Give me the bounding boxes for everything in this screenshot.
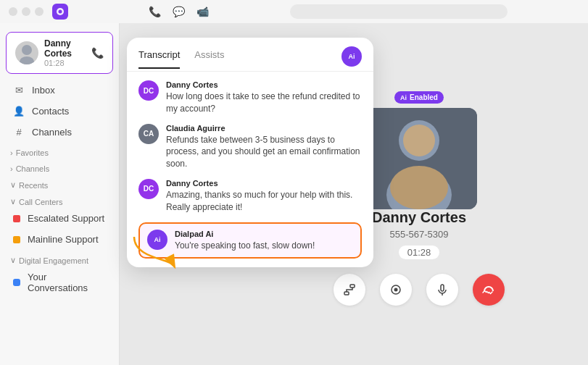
active-call-time: 01:28: [44, 59, 86, 67]
section-channels[interactable]: › Channels: [0, 159, 119, 175]
mainline-dot: [13, 236, 20, 243]
sidebar-item-channels[interactable]: # Channels: [3, 122, 116, 142]
transcript-message-1: DC Danny Cortes How long does it take to…: [138, 80, 362, 115]
sidebar-item-mainline[interactable]: Mainline Support: [3, 230, 116, 249]
titlebar-icons: 📞 💬 📹: [149, 6, 209, 17]
ai-enabled-badge: Ai Enabled: [394, 91, 444, 104]
section-call-centers-label: Call Centers: [19, 198, 63, 206]
transcript-popup: Transcript Assists Ai DC Danny Cortes Ho…: [127, 38, 373, 267]
sidebar-item-channels-label: Channels: [32, 127, 72, 138]
section-call-centers[interactable]: ∨ Call Centers: [0, 191, 119, 208]
active-call-phone-icon: 📞: [91, 47, 104, 59]
caller-photo: [361, 108, 477, 209]
section-recents-label: Recents: [19, 181, 48, 190]
svg-point-3: [20, 56, 34, 64]
end-call-button[interactable]: [473, 274, 505, 306]
ai-msg-sender: Dialpad Ai: [175, 230, 315, 238]
svg-rect-11: [350, 285, 355, 288]
sidebar-item-inbox-label: Inbox: [32, 85, 55, 96]
chevron-de-icon: ∨: [10, 256, 16, 265]
chevron-cc-icon: ∨: [10, 197, 16, 206]
sidebar-item-conversations[interactable]: Your Conversations: [3, 267, 116, 298]
sidebar-item-escalated-label: Escalated Support: [28, 213, 104, 224]
app-logo: [52, 4, 68, 20]
section-favorites[interactable]: › Favorites: [0, 143, 119, 159]
minimize-btn[interactable]: [22, 7, 30, 16]
sidebar-item-mainline-label: Mainline Support: [28, 234, 99, 245]
caller-name: Danny Cortes: [372, 209, 466, 226]
svg-point-2: [22, 45, 32, 55]
msg2-avatar: CA: [138, 124, 159, 144]
transcript-message-3: DC Danny Cortes Amazing, thanks so much …: [138, 179, 362, 214]
transcript-messages: DC Danny Cortes How long does it take to…: [127, 72, 373, 267]
ai-badge-icon: Ai: [400, 94, 407, 101]
titlebar: 📞 💬 📹: [0, 0, 588, 23]
sidebar: Danny Cortes 01:28 📞 ✉ Inbox 👤 Contacts …: [0, 23, 120, 365]
msg2-sender: Claudia Aguirre: [166, 124, 362, 133]
sidebar-item-escalated[interactable]: Escalated Support: [3, 209, 116, 228]
call-duration: 01:28: [399, 246, 440, 259]
transcript-ai-message: Ai Dialpad Ai You're speaking too fast, …: [138, 222, 362, 259]
close-btn[interactable]: [9, 7, 17, 16]
maximize-btn[interactable]: [35, 7, 44, 16]
mute-button[interactable]: [426, 274, 458, 306]
section-favorites-label: Favorites: [16, 148, 49, 157]
svg-point-13: [394, 288, 398, 292]
msg1-text: How long does it take to see the refund …: [166, 91, 362, 115]
svg-point-9: [390, 166, 448, 209]
msg1-sender: Danny Cortes: [166, 80, 362, 89]
inbox-icon: ✉: [13, 85, 25, 96]
section-digital-label: Digital Engagement: [19, 256, 88, 265]
transfer-button[interactable]: [334, 274, 365, 306]
msg1-content: Danny Cortes How long does it take to se…: [166, 80, 362, 115]
sidebar-item-inbox[interactable]: ✉ Inbox: [3, 80, 116, 100]
section-channels-label: Channels: [16, 164, 49, 173]
ai-msg-avatar: Ai: [147, 230, 167, 250]
msg3-content: Danny Cortes Amazing, thanks so much for…: [166, 179, 362, 214]
ai-icon-badge: Ai: [341, 46, 362, 67]
caller-phone: 555-567-5309: [390, 229, 449, 240]
conversations-dot: [13, 279, 20, 286]
ai-msg-content: Dialpad Ai You're speaking too fast, slo…: [175, 230, 315, 252]
tab-assists[interactable]: Assists: [194, 49, 224, 69]
section-digital[interactable]: ∨ Digital Engagement: [0, 250, 119, 267]
sidebar-item-contacts[interactable]: 👤 Contacts: [3, 101, 116, 121]
search-bar[interactable]: [290, 4, 508, 19]
chat-icon[interactable]: 💬: [173, 6, 185, 17]
svg-rect-14: [441, 285, 444, 291]
ai-badge-label: Enabled: [410, 93, 438, 101]
section-recents[interactable]: ∨ Recents: [0, 175, 119, 191]
hash-icon: #: [13, 127, 25, 138]
chevron-icon: ›: [10, 148, 13, 157]
video-icon[interactable]: 📹: [196, 6, 209, 17]
active-call-item[interactable]: Danny Cortes 01:28 📞: [6, 32, 113, 74]
active-call-info: Danny Cortes 01:28: [44, 38, 86, 67]
msg2-text: Refunds take between 3-5 business days t…: [166, 134, 362, 170]
more-button[interactable]: [380, 274, 412, 306]
transcript-tabs: Transcript Assists Ai: [127, 38, 373, 72]
msg1-avatar: DC: [138, 80, 159, 101]
active-call-name: Danny Cortes: [44, 38, 86, 59]
msg3-sender: Danny Cortes: [166, 179, 362, 188]
phone-icon[interactable]: 📞: [149, 6, 161, 17]
escalated-dot: [13, 215, 20, 222]
transcript-message-2: CA Claudia Aguirre Refunds take between …: [138, 124, 362, 170]
sidebar-item-conversations-label: Your Conversations: [28, 272, 106, 293]
sidebar-item-contacts-label: Contacts: [32, 106, 69, 117]
chevron-icon-2: ›: [10, 164, 13, 173]
msg3-text: Amazing, thanks so much for your help wi…: [166, 189, 362, 214]
chevron-down-icon: ∨: [10, 180, 16, 190]
call-controls: [334, 274, 505, 306]
content-area: Transcript Assists Ai DC Danny Cortes Ho…: [120, 23, 588, 365]
svg-point-1: [59, 10, 62, 14]
left-spacer: Transcript Assists Ai DC Danny Cortes Ho…: [120, 23, 250, 365]
msg2-content: Claudia Aguirre Refunds take between 3-5…: [166, 124, 362, 170]
svg-point-8: [403, 125, 435, 156]
active-call-avatar: [15, 41, 38, 64]
window-controls: [9, 7, 44, 16]
ai-msg-text: You're speaking too fast, slow down!: [175, 240, 315, 252]
msg3-avatar: DC: [138, 179, 159, 199]
tab-transcript[interactable]: Transcript: [138, 49, 180, 69]
svg-rect-10: [344, 292, 349, 295]
main-layout: Danny Cortes 01:28 📞 ✉ Inbox 👤 Contacts …: [0, 23, 588, 365]
